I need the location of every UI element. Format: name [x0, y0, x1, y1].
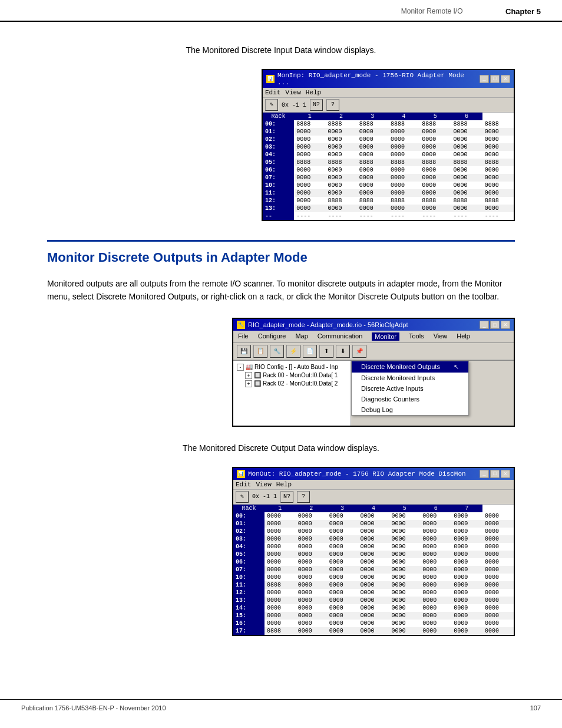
monout-menu-help[interactable]: Help — [276, 481, 292, 488]
monitor-close-btn[interactable]: ✕ — [501, 321, 510, 329]
monitor-menu-tools[interactable]: Tools — [409, 332, 424, 341]
monout-data-cell: 0000 — [389, 512, 420, 520]
monitor-toolbar-down[interactable]: ⬇ — [336, 345, 350, 358]
monitor-minimize-btn[interactable]: _ — [480, 321, 489, 329]
monout-data-cell: 0000 — [327, 597, 358, 604]
monout-toolbar-one: 1 — [273, 493, 277, 500]
dropdown-item-active-inputs[interactable]: Discrete Active Inputs — [352, 383, 468, 394]
monout-data-cell: 0000 — [451, 574, 482, 581]
table-row: 01:00000000000000000000000000000000 — [233, 520, 514, 528]
monitor-toolbar-lightning[interactable]: ⚡ — [286, 345, 300, 358]
monout-data-cell: 0000 — [389, 543, 420, 551]
moninp-data-cell: 0000 — [294, 136, 325, 143]
monout-rack-cell: 06: — [233, 558, 265, 566]
monitor-menu-file[interactable]: File — [238, 332, 249, 341]
monitor-dropdown-popup: Discrete Monitored Outputs ↖ Discrete Mo… — [351, 361, 469, 416]
monout-data-cell: 0000 — [420, 620, 451, 627]
monout-data-cell: 0000 — [482, 528, 514, 535]
dropdown-label-diagnostic: Diagnostic Counters — [361, 396, 419, 403]
moninp-data-cell: 8888 — [388, 159, 419, 166]
monout-data-cell: 0000 — [420, 612, 451, 620]
monitor-toolbar-save[interactable]: 💾 — [237, 345, 251, 358]
moninp-data-cell: 0000 — [326, 189, 357, 197]
monitor-menu-view[interactable]: View — [434, 332, 448, 341]
monout-data-cell: 0000 — [265, 604, 296, 612]
tree-item-rack02[interactable]: + 🔲 Rack 02 - MonOut:I0.Data[ 2 — [236, 380, 348, 388]
moninp-maximize-btn[interactable]: □ — [490, 75, 500, 83]
monout-data-cell: 0000 — [482, 512, 514, 520]
tree-label-root: RIO Config - [] - Auto Baud - Inp — [254, 364, 338, 370]
monout-data-cell: 0000 — [358, 558, 389, 566]
monitor-menu-help[interactable]: Help — [457, 332, 470, 341]
moninp-toolbar-pen[interactable]: ✎ — [265, 99, 278, 111]
monout-data-cell: 0000 — [358, 589, 389, 597]
monout-close-btn[interactable]: ✕ — [501, 470, 510, 478]
monitor-toolbar-btn8[interactable]: 📌 — [352, 345, 366, 358]
monout-toolbar-hex: 0x -1 — [252, 493, 270, 500]
header-section-title: Monitor Remote I/O — [401, 7, 463, 16]
monitor-title-text: RIO_adapter_mode - Adapter_mode.rio - 56… — [248, 321, 408, 328]
monout-toolbar-nq[interactable]: N? — [280, 491, 293, 503]
moninp-data-cell: 8888 — [357, 197, 388, 205]
table-row: ------------------------------ — [263, 212, 514, 220]
dropdown-item-debug[interactable]: Debug Log — [352, 404, 468, 415]
table-row: 17:08080000000000000000000000000000 — [233, 627, 514, 635]
monout-data-cell: 0000 — [327, 535, 358, 543]
tree-item-rack00[interactable]: + 🔲 Rack 00 - MonOut:I0.Data[ 1 — [236, 371, 348, 380]
monout-menu-edit[interactable]: Edit — [236, 481, 251, 488]
page-header: Monitor Remote I/O Chapter 5 — [0, 0, 562, 22]
moninp-data-cell: 0000 — [388, 189, 419, 197]
table-row: 11:08080000000000000000000000000000 — [233, 581, 514, 589]
dropdown-item-discrete-inputs[interactable]: Discrete Monitored Inputs — [352, 373, 468, 383]
monitor-menu-monitor[interactable]: Monitor — [372, 332, 399, 341]
moninp-data-cell: 0000 — [294, 151, 325, 159]
monitor-toolbar-up[interactable]: ⬆ — [319, 345, 333, 358]
monout-data-cell: 0000 — [327, 627, 358, 635]
moninp-data-cell: ---- — [357, 212, 388, 220]
monout-toolbar-pen[interactable]: ✎ — [236, 491, 249, 503]
moninp-menu-view[interactable]: View — [285, 89, 300, 96]
tree-expand-root: - — [237, 364, 244, 371]
monout-menu-view[interactable]: View — [256, 481, 271, 488]
monout-data-cell: 0000 — [358, 612, 389, 620]
moninp-toolbar-nq[interactable]: N? — [310, 99, 323, 111]
monout-data-cell: 0000 — [389, 581, 420, 589]
monout-data-cell: 0000 — [296, 581, 327, 589]
moninp-data-cell: 0000 — [419, 174, 451, 182]
moninp-data-cell: 8888 — [451, 159, 482, 166]
moninp-title-text: MonInp: RIO_adapter_mode - 1756-RIO Adap… — [277, 72, 480, 86]
monitor-toolbar-copy[interactable]: 📋 — [253, 345, 267, 358]
monout-rack-cell: 05: — [233, 551, 265, 558]
moninp-menu-help[interactable]: Help — [306, 89, 321, 96]
moninp-close-btn[interactable]: ✕ — [501, 75, 510, 83]
moninp-data-cell: 0000 — [388, 174, 419, 182]
monitor-maximize-btn[interactable]: □ — [490, 321, 500, 329]
monitor-toolbar-wrench[interactable]: 🔧 — [270, 345, 284, 358]
moninp-minimize-btn[interactable]: _ — [480, 75, 489, 83]
monout-maximize-btn[interactable]: □ — [490, 470, 500, 478]
monitor-menu-configure[interactable]: Configure — [258, 332, 286, 341]
monout-data-cell: 0000 — [389, 528, 420, 535]
monout-body: Rack 1 2 3 4 5 6 7 00:000000000000000000… — [233, 505, 514, 635]
moninp-menu-edit[interactable]: Edit — [265, 89, 280, 96]
monout-data-cell: 0000 — [327, 512, 358, 520]
moninp-data-cell: 0000 — [451, 128, 482, 136]
monout-toolbar-help[interactable]: ? — [297, 491, 310, 503]
monitor-menu-communication[interactable]: Communication — [318, 332, 362, 341]
moninp-rack-cell: 13: — [263, 205, 294, 212]
monout-minimize-btn[interactable]: _ — [480, 470, 489, 478]
monitor-toolbar-doc[interactable]: 📄 — [303, 345, 317, 358]
dropdown-item-diagnostic[interactable]: Diagnostic Counters — [352, 394, 468, 404]
tree-expand-rack00: + — [245, 372, 252, 379]
monitor-menu-map[interactable]: Map — [295, 332, 308, 341]
moninp-toolbar-hex: 0x -1 — [282, 102, 299, 108]
monout-data-cell: 0000 — [265, 620, 296, 627]
tree-item-root[interactable]: - 🏭 RIO Config - [] - Auto Baud - Inp — [236, 363, 348, 371]
dropdown-item-discrete-outputs[interactable]: Discrete Monitored Outputs ↖ — [352, 361, 468, 373]
moninp-toolbar-help[interactable]: ? — [326, 99, 339, 111]
monout-col-3: 3 — [327, 505, 358, 512]
monout-rack-cell: 14: — [233, 604, 265, 612]
moninp-data-cell: ---- — [482, 212, 514, 220]
section-heading: Monitor Discrete Outputs in Adapter Mode — [47, 240, 515, 265]
moninp-data-cell: 0000 — [451, 174, 482, 182]
